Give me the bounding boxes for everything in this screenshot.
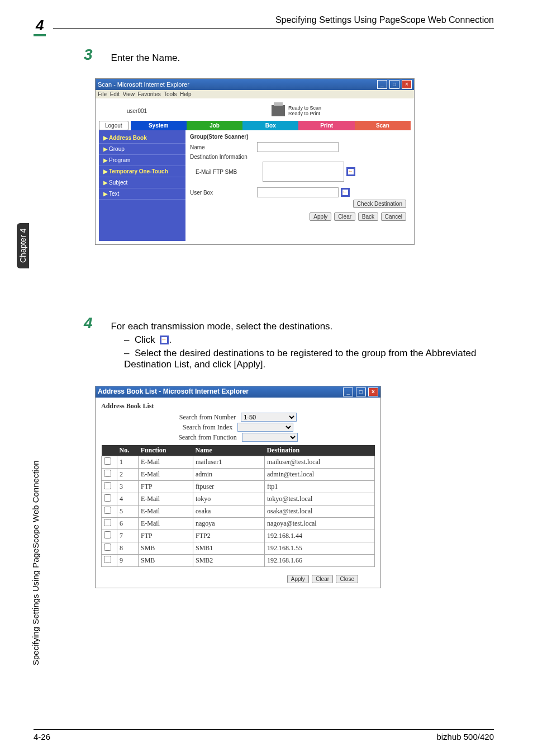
cell-name: ftpuser [193,481,265,493]
step-4-text: For each transmission mode, select the d… [111,321,332,332]
table-row: 3FTPftpuserftp1 [102,481,375,493]
cell-no: 6 [117,518,139,530]
cell-function: E-Mail [139,456,193,469]
table-row: 5E-Mailosakaosaka@test.local [102,505,375,518]
userbox-input[interactable] [257,187,339,197]
userbox-pick-icon[interactable] [341,188,350,197]
table-row: 1E-Mailmailuser1mailuser@test.local [102,456,375,469]
cell-destination: tokyo@test.local [265,493,375,505]
filter-index-label: Search from Index [183,423,232,431]
row-checkbox[interactable] [104,556,111,563]
sidebar-item-address-book[interactable]: ▶Address Book [99,133,185,144]
cell-destination: 192.168.1.66 [265,555,375,567]
name-input[interactable] [257,142,339,152]
header-title: Specifying Settings Using PageScope Web … [275,15,494,25]
tab-job[interactable]: Job [187,121,242,130]
abl-apply-button[interactable]: Apply [287,575,309,583]
cell-destination: mailuser@test.local [265,456,375,469]
bullet-1-suffix: . [169,334,172,345]
table-row: 7FTPFTP2192.168.1.44 [102,530,375,542]
header-divider [53,28,494,29]
cell-no: 5 [117,505,139,518]
filter-number-select[interactable]: 1-50 [241,413,297,422]
bullet-2: – Select the desired destinations to be … [124,348,494,370]
cell-name: FTP2 [193,530,265,542]
sidebar-nav: ▶Address Book ▶Group ▶Program ▶Temporary… [99,130,185,241]
row-checkbox[interactable] [104,519,111,526]
row-checkbox[interactable] [104,507,111,514]
maximize-icon[interactable]: □ [356,388,366,396]
list-icon [160,336,169,344]
abl-title: Address Book List [101,402,375,410]
abl-window-controls: _ □ × [342,388,378,396]
abl-clear-button[interactable]: Clear [312,575,333,583]
screenshot-scan-window: Scan - Microsoft Internet Explorer _ □ ×… [95,78,415,245]
side-label: Specifying Settings Using PageScope Web … [31,460,40,665]
window-title: Scan - Microsoft Internet Explorer [98,81,189,88]
cell-destination: ftp1 [265,481,375,493]
row-checkbox[interactable] [104,470,111,477]
chapter-number: 4 [34,17,46,36]
cell-function: E-Mail [139,493,193,505]
sidebar-item-program[interactable]: ▶Program [99,155,185,166]
check-destination-button[interactable]: Check Destination [353,200,406,208]
close-icon[interactable]: × [402,80,412,89]
filter-index-select[interactable] [237,423,293,432]
row-checkbox[interactable] [104,544,111,551]
cell-function: SMB [139,555,193,567]
cell-name: SMB1 [193,542,265,555]
userbox-label: User Box [190,190,257,196]
dest-sub-label: E-Mail FTP SMB [190,169,263,175]
sidebar-item-subject[interactable]: ▶Subject [99,177,185,188]
cancel-button[interactable]: Cancel [381,212,406,221]
close-icon[interactable]: × [368,388,378,396]
tab-print[interactable]: Print [298,121,354,130]
cell-destination: 192.168.1.44 [265,530,375,542]
table-row: 8SMBSMB1192.168.1.55 [102,542,375,555]
row-checkbox[interactable] [104,457,111,465]
cell-name: admin [193,469,265,481]
cell-no: 7 [117,530,139,542]
sidebar-item-temporary[interactable]: ▶Temporary One-Touch [99,166,185,177]
apply-button[interactable]: Apply [310,212,331,221]
cell-destination: nagoya@test.local [265,518,375,530]
cell-no: 3 [117,481,139,493]
clear-button[interactable]: Clear [334,212,355,221]
ie-menubar[interactable]: File Edit View Favorites Tools Help [96,90,414,98]
row-checkbox[interactable] [104,482,111,489]
filter-function-select[interactable] [242,433,298,442]
abl-window-title: Address Book List - Microsoft Internet E… [98,388,249,396]
sidebar-item-group[interactable]: ▶Group [99,144,185,155]
cell-no: 1 [117,456,139,469]
filter-number-label: Search from Number [179,413,236,421]
tab-system[interactable]: System [131,121,187,130]
step-3-text: Enter the Name. [111,53,180,64]
cell-no: 4 [117,493,139,505]
cell-destination: 192.168.1.55 [265,542,375,555]
back-button[interactable]: Back [358,212,378,221]
cell-function: E-Mail [139,469,193,481]
col-name: Name [193,445,265,456]
table-row: 9SMBSMB2192.168.1.66 [102,555,375,567]
row-checkbox[interactable] [104,531,111,538]
pick-list-icon[interactable] [346,167,355,176]
cell-name: nagoya [193,518,265,530]
maximize-icon[interactable]: □ [389,80,399,89]
tab-box[interactable]: Box [242,121,298,130]
minimize-icon[interactable]: _ [343,388,353,396]
tab-scan[interactable]: Scan [355,121,411,130]
col-no: No. [117,445,139,456]
user-label: user001 [127,108,147,114]
dest-textarea[interactable] [263,162,344,182]
status-messages: Ready to Scan Ready to Print [288,105,321,116]
minimize-icon[interactable]: _ [377,80,387,89]
filter-function-label: Search from Function [178,433,237,441]
sidebar-item-text[interactable]: ▶Text [99,188,185,200]
row-checkbox[interactable] [104,494,111,502]
cell-function: FTP [139,481,193,493]
table-row: 6E-Mailnagoyanagoya@test.local [102,518,375,530]
window-controls: _ □ × [377,80,412,89]
logout-button[interactable]: Logout [99,121,129,130]
abl-close-button[interactable]: Close [336,575,358,583]
chapter-side-tab: Chapter 4 [17,223,29,268]
